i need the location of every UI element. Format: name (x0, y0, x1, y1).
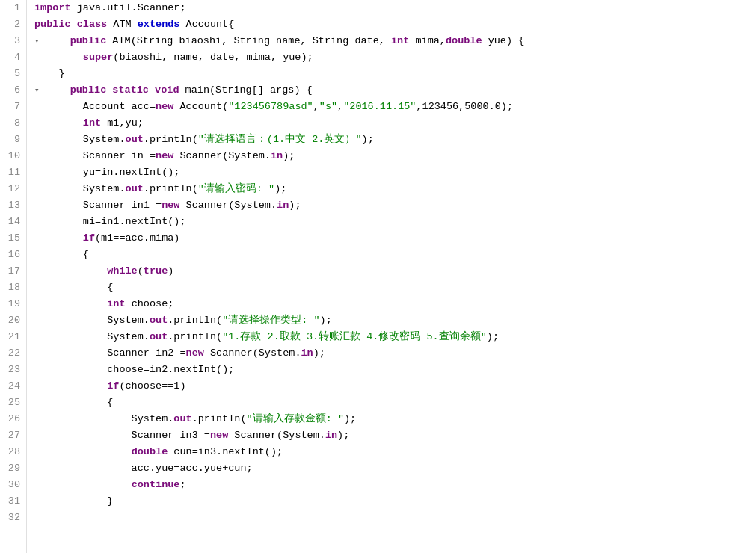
code-line: super(biaoshi, name, date, mima, yue); (34, 49, 756, 66)
line-number: 11 (6, 164, 20, 181)
token: mi,yu; (101, 115, 144, 132)
token: Scanner(System. (179, 197, 277, 214)
token: ); (320, 312, 332, 329)
code-line: ▾ public static void main(String[] args)… (34, 82, 756, 99)
token: mima, (409, 33, 446, 49)
token: int (107, 296, 125, 312)
token: ); (289, 197, 301, 214)
token: Scanner in1 = (34, 197, 162, 214)
code-line: int mi,yu; (34, 115, 756, 132)
token: in (301, 345, 313, 362)
code-line: mi=in1.nextInt(); (34, 214, 756, 230)
token: System. (34, 411, 173, 427)
token: in (271, 148, 283, 164)
token: true (144, 263, 168, 279)
token: super (83, 49, 114, 66)
token: public (70, 33, 107, 49)
token: "s" (319, 99, 337, 115)
line-number: 5 (6, 66, 20, 82)
token: public (70, 82, 107, 99)
code-line: { (34, 395, 756, 411)
token: new (186, 345, 204, 362)
token: "123456789asd" (228, 99, 313, 115)
token: .println( (144, 132, 198, 148)
token: java.util.Scanner; (71, 0, 186, 16)
line-number: 1 (6, 0, 20, 16)
code-line: { (34, 279, 756, 296)
code-line: Scanner in2 =new Scanner(System.in); (34, 345, 756, 362)
token: System. (34, 132, 126, 148)
token: while (107, 263, 138, 279)
token: ); (283, 148, 295, 164)
line-number: 2 (6, 16, 20, 33)
token: out (173, 411, 191, 427)
line-number: 18 (6, 279, 20, 296)
token: Account( (173, 99, 228, 115)
line-number: 23 (6, 362, 20, 378)
line-number: 27 (6, 427, 20, 444)
code-line: import java.util.Scanner; (34, 0, 756, 16)
token: System. (34, 329, 150, 345)
token: int (83, 115, 101, 132)
line-number: 10 (6, 148, 20, 164)
token: } (34, 493, 113, 510)
token: acc.yue=acc.yue+cun; (34, 460, 253, 477)
token (46, 82, 70, 99)
line-number: 15 (6, 230, 20, 247)
code-editor: 1234567891011121314151617181920212223242… (0, 0, 756, 553)
code-line: if(mi==acc.mima) (34, 230, 756, 247)
token: new (156, 99, 173, 115)
fold-marker[interactable]: ▾ (34, 33, 44, 49)
fold-marker[interactable]: ▾ (34, 82, 44, 99)
token (34, 230, 83, 247)
token: "1.存款 2.取款 3.转账汇款 4.修改密码 5.查询余额" (222, 329, 487, 345)
token: int (391, 33, 409, 49)
token: ); (487, 329, 499, 345)
token: ( (138, 263, 144, 279)
token (34, 477, 132, 493)
code-line: Scanner in3 =new Scanner(System.in); (34, 427, 756, 444)
code-line: if(choose==1) (34, 378, 756, 395)
code-line: Account acc=new Account("123456789asd","… (34, 99, 756, 115)
token: ); (344, 411, 356, 427)
token (106, 82, 112, 99)
token: { (34, 247, 89, 263)
code-line: System.out.println("1.存款 2.取款 3.转账汇款 4.修… (34, 329, 756, 345)
token: Scanner in = (34, 148, 156, 164)
token: ); (313, 345, 325, 362)
token: ,123456,5000.0); (416, 99, 513, 115)
token: yue) { (482, 33, 525, 49)
code-line: Scanner in1 =new Scanner(System.in); (34, 197, 756, 214)
line-number: 7 (6, 99, 20, 115)
token (71, 16, 77, 33)
token: (biaoshi, name, date, mima, yue); (113, 49, 313, 66)
line-number: 4 (6, 49, 20, 66)
token: .println( (192, 411, 247, 427)
token: , (313, 99, 319, 115)
token: .println( (168, 329, 222, 345)
token (34, 444, 132, 460)
token: static (112, 82, 149, 99)
token: extends (138, 16, 180, 33)
code-line: System.out.println("请输入存款金额: "); (34, 411, 756, 427)
token: .println( (144, 181, 198, 197)
token: .println( (168, 312, 222, 329)
token: } (34, 66, 65, 82)
token: "请选择操作类型: " (222, 312, 319, 329)
token: Account acc= (34, 99, 156, 115)
token (34, 49, 83, 66)
token: new (210, 427, 228, 444)
line-number: 13 (6, 197, 20, 214)
token: Scanner(System. (228, 427, 325, 444)
token: ; (179, 477, 185, 493)
token: mi=in1.nextInt(); (34, 214, 186, 230)
line-number: 8 (6, 115, 20, 132)
token: main(String[] args) { (179, 82, 312, 99)
token: in (277, 197, 289, 214)
token: ); (337, 427, 349, 444)
code-line: double cun=in3.nextInt(); (34, 444, 756, 460)
token: class (77, 16, 108, 33)
line-number: 32 (6, 510, 20, 526)
line-number: 3 (6, 33, 20, 49)
token: ) (168, 263, 173, 279)
